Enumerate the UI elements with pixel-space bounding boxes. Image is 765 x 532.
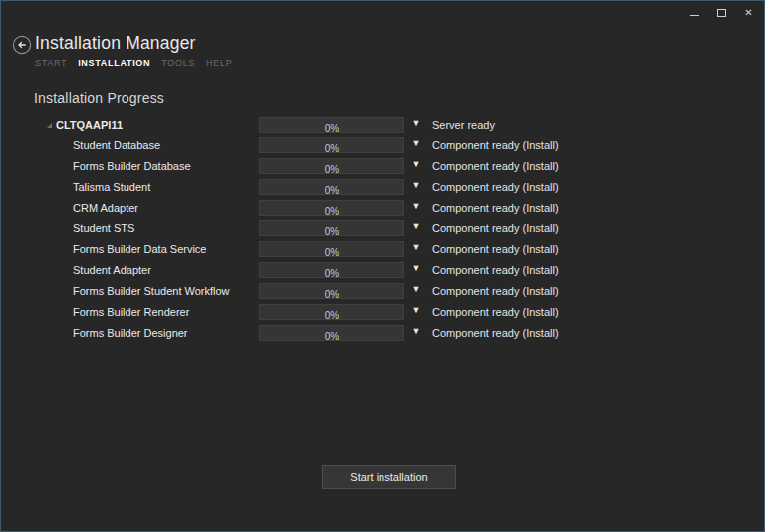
- progress-bar: 0%: [259, 325, 404, 341]
- progress-value: 0%: [325, 123, 339, 133]
- component-row: Forms Builder Data Service 0% ▼ Componen…: [1, 239, 764, 260]
- dropdown-arrow-icon[interactable]: ▼: [409, 180, 423, 190]
- component-name: Student Adapter: [73, 264, 151, 276]
- status-text: Component ready (Install): [432, 327, 559, 339]
- app-title: Installation Manager: [35, 33, 196, 54]
- close-icon: ✕: [744, 8, 752, 18]
- dropdown-arrow-icon[interactable]: ▼: [409, 138, 423, 148]
- main-nav: STARTINSTALLATIONTOOLSHELP: [35, 58, 232, 68]
- titlebar: ✕: [681, 2, 762, 23]
- status-text: Component ready (Install): [432, 306, 559, 318]
- page-title: Installation Progress: [34, 90, 164, 106]
- progress-bar: 0%: [259, 117, 404, 133]
- back-arrow-icon: [12, 43, 32, 58]
- start-installation-button[interactable]: Start installation: [322, 465, 456, 489]
- dropdown-arrow-icon[interactable]: ▼: [409, 221, 423, 231]
- progress-bar: 0%: [259, 283, 404, 299]
- component-name: CRM Adapter: [73, 202, 138, 214]
- dropdown-arrow-icon[interactable]: ▼: [409, 159, 423, 169]
- status-text: Component ready (Install): [432, 243, 559, 255]
- status-text: Component ready (Install): [432, 202, 559, 214]
- nav-item-tools[interactable]: TOOLS: [161, 58, 195, 68]
- progress-bar: 0%: [259, 137, 404, 153]
- component-row: Forms Builder Designer 0% ▼ Component re…: [1, 323, 764, 344]
- progress-value: 0%: [325, 143, 339, 154]
- dropdown-arrow-icon[interactable]: ▼: [409, 305, 423, 315]
- progress-bar: 0%: [259, 179, 404, 195]
- progress-value: 0%: [325, 206, 339, 217]
- component-row: Forms Builder Student Workflow 0% ▼ Comp…: [1, 281, 764, 302]
- nav-item-installation[interactable]: INSTALLATION: [78, 58, 150, 68]
- nav-item-help[interactable]: HELP: [206, 58, 232, 68]
- progress-bar: 0%: [259, 262, 404, 278]
- component-name: Forms Builder Database: [73, 160, 191, 172]
- progress-value: 0%: [325, 164, 339, 175]
- component-row: Talisma Student 0% ▼ Component ready (In…: [1, 177, 764, 198]
- back-button[interactable]: [12, 35, 32, 55]
- component-name: Forms Builder Student Workflow: [73, 285, 230, 297]
- component-name: Student STS: [73, 222, 134, 234]
- component-name: Forms Builder Data Service: [73, 243, 207, 255]
- installation-manager-window: ✕ Installation Manager STARTINSTALLATION…: [0, 0, 765, 532]
- progress-bar: 0%: [259, 200, 404, 216]
- progress-value: 0%: [325, 226, 339, 237]
- tree-expander-icon[interactable]: [47, 123, 52, 128]
- component-row: Forms Builder Database 0% ▼ Component re…: [1, 156, 764, 177]
- status-text: Component ready (Install): [432, 160, 559, 172]
- component-name: Forms Builder Renderer: [73, 306, 189, 318]
- minimize-button[interactable]: [681, 2, 708, 23]
- dropdown-arrow-icon[interactable]: ▼: [409, 326, 423, 336]
- component-name: Student Database: [73, 139, 160, 151]
- component-row: Student STS 0% ▼ Component ready (Instal…: [1, 218, 764, 239]
- progress-value: 0%: [325, 247, 339, 258]
- component-name: CLTQAAPI11: [56, 119, 123, 131]
- status-text: Component ready (Install): [432, 285, 559, 297]
- dropdown-arrow-icon[interactable]: ▼: [409, 284, 423, 294]
- progress-value: 0%: [325, 289, 339, 300]
- progress-value: 0%: [325, 185, 339, 196]
- status-text: Component ready (Install): [432, 181, 559, 193]
- component-name: Forms Builder Designer: [73, 327, 188, 339]
- component-row: CLTQAAPI11 0% ▼ Server ready: [1, 115, 764, 135]
- progress-value: 0%: [325, 331, 339, 342]
- minimize-icon: [690, 15, 699, 16]
- status-text: Component ready (Install): [432, 222, 559, 234]
- close-button[interactable]: ✕: [735, 2, 762, 23]
- dropdown-arrow-icon[interactable]: ▼: [409, 263, 423, 273]
- nav-item-start[interactable]: START: [35, 58, 67, 68]
- component-list: CLTQAAPI11 0% ▼ Server ready Student Dat…: [1, 115, 764, 344]
- progress-value: 0%: [325, 310, 339, 321]
- component-row: Student Database 0% ▼ Component ready (I…: [1, 135, 764, 156]
- status-text: Component ready (Install): [432, 139, 559, 151]
- component-row: Student Adapter 0% ▼ Component ready (In…: [1, 260, 764, 281]
- component-row: CRM Adapter 0% ▼ Component ready (Instal…: [1, 198, 764, 219]
- status-text: Component ready (Install): [432, 264, 559, 276]
- progress-bar: 0%: [259, 241, 404, 257]
- dropdown-arrow-icon[interactable]: ▼: [409, 118, 423, 128]
- component-name: Talisma Student: [73, 181, 150, 193]
- progress-value: 0%: [325, 268, 339, 279]
- component-row: Forms Builder Renderer 0% ▼ Component re…: [1, 302, 764, 323]
- status-text: Server ready: [432, 119, 495, 131]
- progress-bar: 0%: [259, 158, 404, 174]
- dropdown-arrow-icon[interactable]: ▼: [409, 242, 423, 252]
- maximize-icon: [717, 9, 726, 17]
- maximize-button[interactable]: [708, 2, 735, 23]
- progress-bar: 0%: [259, 304, 404, 320]
- progress-bar: 0%: [259, 220, 404, 236]
- dropdown-arrow-icon[interactable]: ▼: [409, 201, 423, 211]
